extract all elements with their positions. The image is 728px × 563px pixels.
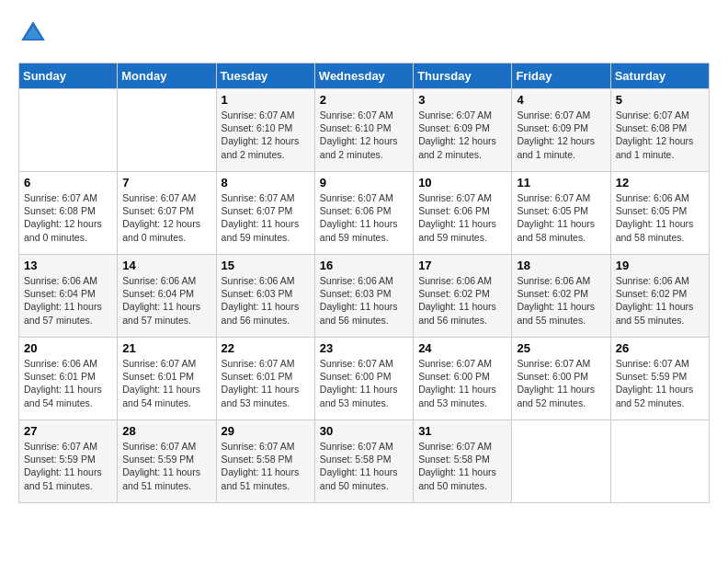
day-info: Sunrise: 6:06 AM Sunset: 6:04 PM Dayligh… bbox=[122, 274, 210, 327]
day-number: 12 bbox=[616, 176, 704, 190]
day-number: 8 bbox=[222, 176, 310, 190]
day-number: 13 bbox=[24, 259, 112, 272]
day-info: Sunrise: 6:07 AM Sunset: 6:00 PM Dayligh… bbox=[517, 357, 605, 409]
day-header-thursday: Thursday bbox=[414, 63, 512, 89]
day-number: 16 bbox=[320, 259, 408, 272]
day-cell: 21Sunrise: 6:07 AM Sunset: 6:01 PM Dayli… bbox=[118, 338, 216, 420]
day-number: 27 bbox=[24, 424, 112, 438]
day-number: 29 bbox=[222, 424, 310, 438]
day-info: Sunrise: 6:07 AM Sunset: 6:00 PM Dayligh… bbox=[418, 357, 506, 409]
day-number: 2 bbox=[320, 93, 408, 107]
day-number: 18 bbox=[517, 259, 605, 272]
day-info: Sunrise: 6:07 AM Sunset: 6:08 PM Dayligh… bbox=[24, 191, 112, 244]
day-cell: 9Sunrise: 6:07 AM Sunset: 6:06 PM Daylig… bbox=[314, 172, 413, 255]
day-header-tuesday: Tuesday bbox=[216, 63, 314, 89]
day-number: 1 bbox=[222, 93, 310, 107]
day-info: Sunrise: 6:07 AM Sunset: 6:07 PM Dayligh… bbox=[222, 191, 310, 244]
day-cell: 25Sunrise: 6:07 AM Sunset: 6:00 PM Dayli… bbox=[512, 338, 610, 420]
day-cell: 23Sunrise: 6:07 AM Sunset: 6:00 PM Dayli… bbox=[314, 338, 413, 420]
day-info: Sunrise: 6:06 AM Sunset: 6:03 PM Dayligh… bbox=[222, 274, 310, 327]
day-cell: 19Sunrise: 6:06 AM Sunset: 6:02 PM Dayli… bbox=[610, 255, 709, 338]
day-number: 31 bbox=[418, 424, 506, 438]
day-cell: 6Sunrise: 6:07 AM Sunset: 6:08 PM Daylig… bbox=[19, 172, 118, 255]
day-number: 3 bbox=[418, 93, 506, 107]
day-header-monday: Monday bbox=[118, 63, 216, 89]
day-info: Sunrise: 6:06 AM Sunset: 6:03 PM Dayligh… bbox=[320, 274, 408, 327]
day-info: Sunrise: 6:07 AM Sunset: 6:00 PM Dayligh… bbox=[320, 357, 408, 409]
week-row-2: 6Sunrise: 6:07 AM Sunset: 6:08 PM Daylig… bbox=[19, 172, 710, 255]
day-cell: 8Sunrise: 6:07 AM Sunset: 6:07 PM Daylig… bbox=[216, 172, 314, 255]
day-number: 25 bbox=[517, 341, 605, 355]
day-number: 5 bbox=[616, 93, 704, 107]
day-cell: 7Sunrise: 6:07 AM Sunset: 6:07 PM Daylig… bbox=[118, 172, 216, 255]
day-number: 28 bbox=[122, 424, 210, 438]
day-cell: 18Sunrise: 6:06 AM Sunset: 6:02 PM Dayli… bbox=[512, 255, 610, 338]
day-number: 22 bbox=[222, 341, 310, 355]
day-info: Sunrise: 6:07 AM Sunset: 6:10 PM Dayligh… bbox=[222, 109, 310, 161]
day-info: Sunrise: 6:07 AM Sunset: 6:06 PM Dayligh… bbox=[418, 191, 506, 244]
day-header-wednesday: Wednesday bbox=[314, 63, 413, 89]
day-cell: 11Sunrise: 6:07 AM Sunset: 6:05 PM Dayli… bbox=[512, 172, 610, 255]
day-cell: 10Sunrise: 6:07 AM Sunset: 6:06 PM Dayli… bbox=[414, 172, 512, 255]
day-cell: 1Sunrise: 6:07 AM Sunset: 6:10 PM Daylig… bbox=[216, 89, 314, 172]
week-row-5: 27Sunrise: 6:07 AM Sunset: 5:59 PM Dayli… bbox=[19, 420, 710, 503]
day-number: 11 bbox=[517, 176, 605, 190]
day-info: Sunrise: 6:06 AM Sunset: 6:04 PM Dayligh… bbox=[24, 274, 112, 327]
day-info: Sunrise: 6:07 AM Sunset: 5:59 PM Dayligh… bbox=[616, 357, 704, 409]
day-info: Sunrise: 6:07 AM Sunset: 6:09 PM Dayligh… bbox=[418, 109, 506, 161]
day-cell: 22Sunrise: 6:07 AM Sunset: 6:01 PM Dayli… bbox=[216, 338, 314, 420]
day-info: Sunrise: 6:07 AM Sunset: 6:08 PM Dayligh… bbox=[616, 109, 704, 161]
day-info: Sunrise: 6:07 AM Sunset: 6:05 PM Dayligh… bbox=[517, 191, 605, 244]
day-cell bbox=[512, 420, 610, 503]
day-cell: 13Sunrise: 6:06 AM Sunset: 6:04 PM Dayli… bbox=[19, 255, 118, 338]
day-cell: 12Sunrise: 6:06 AM Sunset: 6:05 PM Dayli… bbox=[610, 172, 709, 255]
day-info: Sunrise: 6:07 AM Sunset: 5:59 PM Dayligh… bbox=[24, 440, 112, 492]
day-info: Sunrise: 6:07 AM Sunset: 5:59 PM Dayligh… bbox=[122, 440, 210, 492]
day-number: 14 bbox=[122, 259, 210, 272]
day-info: Sunrise: 6:07 AM Sunset: 6:07 PM Dayligh… bbox=[122, 191, 210, 244]
day-number: 9 bbox=[320, 176, 408, 190]
day-cell: 17Sunrise: 6:06 AM Sunset: 6:02 PM Dayli… bbox=[414, 255, 512, 338]
day-cell: 26Sunrise: 6:07 AM Sunset: 5:59 PM Dayli… bbox=[610, 338, 709, 420]
day-info: Sunrise: 6:06 AM Sunset: 6:02 PM Dayligh… bbox=[418, 274, 506, 327]
day-info: Sunrise: 6:06 AM Sunset: 6:05 PM Dayligh… bbox=[616, 191, 704, 244]
day-cell: 2Sunrise: 6:07 AM Sunset: 6:10 PM Daylig… bbox=[314, 89, 413, 172]
day-info: Sunrise: 6:07 AM Sunset: 6:01 PM Dayligh… bbox=[122, 357, 210, 409]
day-number: 10 bbox=[418, 176, 506, 190]
week-row-1: 1Sunrise: 6:07 AM Sunset: 6:10 PM Daylig… bbox=[19, 89, 710, 172]
day-cell bbox=[118, 89, 216, 172]
day-cell: 3Sunrise: 6:07 AM Sunset: 6:09 PM Daylig… bbox=[414, 89, 512, 172]
day-number: 20 bbox=[24, 341, 112, 355]
day-cell: 24Sunrise: 6:07 AM Sunset: 6:00 PM Dayli… bbox=[414, 338, 512, 420]
day-number: 21 bbox=[122, 341, 210, 355]
logo bbox=[18, 18, 51, 48]
day-cell: 28Sunrise: 6:07 AM Sunset: 5:59 PM Dayli… bbox=[118, 420, 216, 503]
day-number: 17 bbox=[418, 259, 506, 272]
calendar-table: SundayMondayTuesdayWednesdayThursdayFrid… bbox=[18, 63, 710, 503]
day-cell: 20Sunrise: 6:06 AM Sunset: 6:01 PM Dayli… bbox=[19, 338, 118, 420]
day-cell bbox=[610, 420, 709, 503]
day-cell bbox=[19, 89, 118, 172]
day-number: 7 bbox=[122, 176, 210, 190]
day-cell: 30Sunrise: 6:07 AM Sunset: 5:58 PM Dayli… bbox=[314, 420, 413, 503]
day-number: 26 bbox=[616, 341, 704, 355]
day-number: 19 bbox=[616, 259, 704, 272]
logo-icon bbox=[18, 18, 48, 48]
day-cell: 5Sunrise: 6:07 AM Sunset: 6:08 PM Daylig… bbox=[610, 89, 709, 172]
day-header-sunday: Sunday bbox=[19, 63, 118, 89]
day-number: 15 bbox=[222, 259, 310, 272]
day-header-saturday: Saturday bbox=[610, 63, 709, 89]
day-cell: 4Sunrise: 6:07 AM Sunset: 6:09 PM Daylig… bbox=[512, 89, 610, 172]
day-cell: 29Sunrise: 6:07 AM Sunset: 5:58 PM Dayli… bbox=[216, 420, 314, 503]
day-info: Sunrise: 6:07 AM Sunset: 6:10 PM Dayligh… bbox=[320, 109, 408, 161]
day-info: Sunrise: 6:06 AM Sunset: 6:02 PM Dayligh… bbox=[517, 274, 605, 327]
day-info: Sunrise: 6:07 AM Sunset: 5:58 PM Dayligh… bbox=[418, 440, 506, 492]
page-header bbox=[18, 18, 710, 48]
day-number: 24 bbox=[418, 341, 506, 355]
day-info: Sunrise: 6:06 AM Sunset: 6:02 PM Dayligh… bbox=[616, 274, 704, 327]
day-number: 30 bbox=[320, 424, 408, 438]
day-info: Sunrise: 6:07 AM Sunset: 6:01 PM Dayligh… bbox=[222, 357, 310, 409]
week-row-3: 13Sunrise: 6:06 AM Sunset: 6:04 PM Dayli… bbox=[19, 255, 710, 338]
day-number: 6 bbox=[24, 176, 112, 190]
day-cell: 15Sunrise: 6:06 AM Sunset: 6:03 PM Dayli… bbox=[216, 255, 314, 338]
